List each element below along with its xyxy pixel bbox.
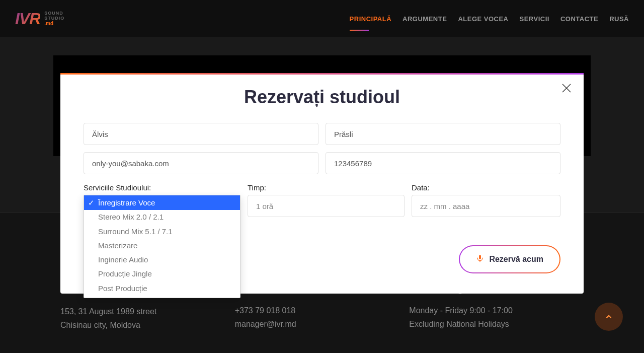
service-option[interactable]: Stereo Mix 2.0 / 2.1 [84,210,240,224]
service-option[interactable]: Înregistrare Voce [84,195,240,210]
service-option[interactable]: Post Producție [84,281,240,298]
service-option[interactable]: Inginerie Audio [84,253,240,267]
logo-text-block: SOUND STUDIO .md [44,11,64,27]
date-label: Data: [412,183,560,192]
reserve-button[interactable]: Rezervă acum [459,245,560,273]
nav-servicii[interactable]: SERVICII [520,15,549,23]
reserve-button-label: Rezervă acum [489,255,543,264]
modal-title: Rezervați studioul [60,87,584,108]
modal-accent-border [60,73,584,75]
nav-contacte[interactable]: CONTACTE [560,15,598,23]
service-option[interactable]: Masterizare [84,239,240,253]
time-select[interactable]: 1 oră [248,195,405,217]
microphone-icon [476,254,484,264]
close-button[interactable] [560,82,573,94]
logo[interactable]: IVR SOUND STUDIO .md [15,10,64,28]
nav-principala[interactable]: PRINCIPALĂ [350,15,391,23]
services-dropdown: Înregistrare Voce Stereo Mix 2.0 / 2.1 S… [84,195,240,298]
service-option[interactable]: Producție Jingle [84,267,240,281]
logo-mark: IVR [15,10,40,28]
time-label: Timp: [248,183,405,192]
service-option[interactable]: Surround Mix 5.1 / 7.1 [84,225,240,239]
lastname-field[interactable] [326,123,560,145]
main-nav: PRINCIPALĂ ARGUMENTE ALEGE VOCEA SERVICI… [350,15,629,23]
site-header: IVR SOUND STUDIO .md PRINCIPALĂ ARGUMENT… [0,0,644,37]
email-field[interactable] [84,152,318,174]
services-label: Serviciile Studioului: [84,183,240,192]
date-input[interactable]: zz . mm . aaaa [412,195,560,217]
phone-field[interactable] [326,152,560,174]
nav-alege-vocea[interactable]: ALEGE VOCEA [458,15,508,23]
modal-body: Serviciile Studioului: Timp: Data: 1 oră… [60,123,584,217]
nav-rusa[interactable]: RUSĂ [609,15,629,23]
firstname-field[interactable] [84,123,318,145]
scroll-top-button[interactable] [595,303,623,331]
nav-argumente[interactable]: ARGUMENTE [403,15,447,23]
booking-modal: Rezervați studioul Serviciile Studioului… [60,73,584,294]
